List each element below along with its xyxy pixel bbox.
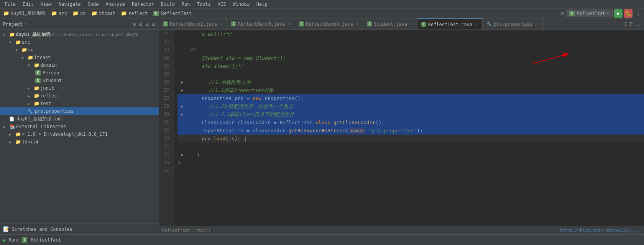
sidebar-item-junit4[interactable]: ▶ 📁 JUnit4 bbox=[0, 138, 159, 146]
root-label: day01_基础加强 bbox=[16, 31, 51, 38]
run-dropdown[interactable]: C ReflectTest ▾ bbox=[566, 10, 613, 17]
tab-pro-properties[interactable]: 🔧 pro.properties × bbox=[483, 18, 543, 30]
locate-file-icon[interactable]: ⊕ bbox=[132, 21, 136, 27]
sidebar-item-test[interactable]: ▶ 📁 test bbox=[0, 100, 159, 107]
sidebar-item-reflect[interactable]: ▶ 📁 reflect bbox=[0, 92, 159, 100]
collapse-icon[interactable]: ⊟ bbox=[151, 21, 156, 27]
menu-vcs[interactable]: VCS bbox=[215, 1, 229, 8]
tab-pro-props-label: pro.properties bbox=[494, 21, 532, 27]
reflect-folder-icon2: 📁 bbox=[34, 93, 39, 99]
ext-toggle-icon: ▶ bbox=[3, 125, 9, 129]
sidebar-footer: 📝 Scratches and Consoles bbox=[0, 224, 159, 234]
debug-button[interactable]: 🐛 bbox=[624, 9, 632, 18]
line-num-24: 24 bbox=[159, 54, 171, 62]
itcast-label: itcast bbox=[34, 55, 51, 60]
menu-file[interactable]: File bbox=[2, 1, 19, 8]
editor-area: 21 22 23 24 25 26 26 27 28 29 30 31 32 3… bbox=[159, 30, 644, 234]
code-editor[interactable]: 21 22 23 24 25 26 26 27 28 29 30 31 32 3… bbox=[159, 30, 644, 226]
menu-build[interactable]: Build bbox=[158, 1, 178, 8]
menu-help[interactable]: Help bbox=[253, 1, 271, 8]
tab-reflectdemo4-icon: C bbox=[299, 21, 304, 26]
menu-refactor[interactable]: Refactor bbox=[129, 1, 157, 8]
run-button[interactable]: ▶ bbox=[614, 9, 623, 18]
sidebar-item-itcast[interactable]: ▼ 📁 itcast bbox=[0, 54, 159, 61]
sidebar-item-pro-properties[interactable]: 🔧 pro.properties bbox=[0, 107, 159, 115]
cn-label: cn bbox=[28, 47, 33, 53]
props-file-icon: 🔧 bbox=[28, 109, 33, 114]
cn-toggle-icon: ▼ bbox=[15, 48, 21, 52]
menu-code[interactable]: Code bbox=[85, 1, 102, 8]
line-num-29: 29 bbox=[159, 102, 171, 110]
tab-student-close[interactable]: × bbox=[409, 21, 413, 26]
tab-reflectdemo4[interactable]: C ReflectDemo4.java × bbox=[295, 18, 363, 30]
tab-student[interactable]: C Student.java × bbox=[363, 18, 417, 30]
project-dropdown-icon[interactable]: ▾ bbox=[24, 22, 26, 26]
line-num-26-blank: 26 bbox=[159, 70, 171, 78]
menu-window[interactable]: Window bbox=[230, 1, 252, 8]
status-breadcrumb: ReflectTest › main() bbox=[162, 228, 211, 233]
sidebar-title: Project bbox=[3, 21, 23, 27]
run-close-icon[interactable]: × bbox=[64, 237, 68, 242]
sidebar-item-cn[interactable]: ▼ 📁 cn bbox=[0, 46, 159, 54]
tab-reflecttest[interactable]: C ReflectTest.java × bbox=[417, 18, 483, 30]
test-label: test bbox=[40, 101, 51, 106]
sidebar-item-iml[interactable]: 📄 day01_基础加强.iml bbox=[0, 115, 159, 123]
code-line-26: ◆ //1.加载配置文件 bbox=[177, 78, 644, 86]
menu-edit[interactable]: Edit bbox=[20, 1, 37, 8]
tab-pro-props-close[interactable]: × bbox=[534, 21, 539, 26]
run-indicator-icon: ▶ bbox=[3, 237, 6, 243]
tab-reflecttest-close[interactable]: × bbox=[474, 22, 478, 27]
tab-reflectdemo2[interactable]: C ReflectDemo2.java × bbox=[159, 18, 227, 30]
code-content[interactable]: p.eat();*/ /* Student stu = new Student(… bbox=[174, 30, 644, 226]
menu-navigate[interactable]: Navigate bbox=[56, 1, 84, 8]
more-actions-icon[interactable]: ⋮ bbox=[636, 10, 641, 16]
ext-libs-label: External Libraries bbox=[16, 124, 66, 129]
line-num-23: 23 bbox=[159, 46, 171, 54]
breadcrumb-file[interactable]: ReflectTest bbox=[161, 11, 192, 16]
breadcrumb-src[interactable]: src bbox=[59, 11, 67, 16]
status-url: https://blog.csdn.net/weixin_... bbox=[560, 228, 641, 233]
line-num-25: 25 bbox=[159, 62, 171, 70]
tab-reflectdemo3-label: ReflectDemo3.java bbox=[238, 21, 285, 27]
junit-toggle-icon: ▶ bbox=[28, 86, 34, 90]
tab-pro-props-icon: 🔧 bbox=[486, 21, 492, 26]
breadcrumb-cn[interactable]: cn bbox=[80, 11, 85, 16]
menu-run[interactable]: Run bbox=[179, 1, 193, 8]
tree-root[interactable]: ▼ 📁 day01_基础加强 D:\IdeaProjects\itcast\da… bbox=[0, 31, 159, 38]
line-num-33: 33 bbox=[159, 135, 171, 143]
run-controls: ⚙ C ReflectTest ▾ ▶ 🐛 ⋮ bbox=[560, 9, 641, 18]
reflect-test-icon: C bbox=[153, 11, 159, 16]
build-icon[interactable]: ⚙ bbox=[560, 10, 564, 17]
code-line-32: InputStream is = classLoader.getResource… bbox=[177, 127, 644, 135]
sidebar-item-src[interactable]: ▼ 📁 src bbox=[0, 38, 159, 46]
props-label: pro.properties bbox=[35, 109, 74, 114]
sidebar-item-person[interactable]: C Person bbox=[0, 69, 159, 77]
breadcrumb-project[interactable]: day01_基础加强 bbox=[11, 10, 46, 16]
menu-tools[interactable]: Tools bbox=[194, 1, 214, 8]
tab-reflectdemo3-close[interactable]: × bbox=[287, 21, 291, 26]
breadcrumb-itcast[interactable]: itcast bbox=[99, 11, 115, 16]
reflect-folder-icon: 📁 bbox=[121, 10, 127, 16]
sidebar-item-external-libs[interactable]: ▶ 📚 External Libraries bbox=[0, 123, 159, 130]
menu-view[interactable]: View bbox=[38, 1, 55, 8]
person-class-icon: C bbox=[35, 70, 41, 76]
menu-analyze[interactable]: Analyze bbox=[102, 1, 128, 8]
person-label: Person bbox=[43, 70, 59, 76]
tab-overflow[interactable]: C P... bbox=[621, 18, 644, 30]
marker-35: ◆ bbox=[181, 151, 183, 159]
sidebar-item-junit[interactable]: ▶ 📁 junit bbox=[0, 84, 159, 92]
settings-icon[interactable]: ⚙ bbox=[138, 21, 143, 27]
tab-reflectdemo4-close[interactable]: × bbox=[355, 21, 359, 26]
sidebar-item-jdk[interactable]: ▶ 📁 < 1.8 > D:\develop\jdk1.8.0_171 bbox=[0, 130, 159, 138]
code-line-26b bbox=[177, 70, 644, 78]
tab-student-icon: C bbox=[367, 21, 372, 26]
scratches-and-consoles[interactable]: 📝 Scratches and Consoles bbox=[3, 225, 156, 233]
expand-icon[interactable]: ⊞ bbox=[145, 21, 149, 27]
sidebar-item-student[interactable]: C Student bbox=[0, 77, 159, 84]
breadcrumb-reflect[interactable]: reflect bbox=[128, 11, 148, 16]
tab-reflectdemo2-close[interactable]: × bbox=[219, 21, 223, 26]
tab-reflecttest-icon: C bbox=[421, 22, 426, 27]
tab-reflectdemo3[interactable]: C ReflectDemo3.java × bbox=[227, 18, 295, 30]
code-line-28: Properties pro = new Properties(); bbox=[177, 94, 644, 102]
sidebar-item-domain[interactable]: ▼ 📁 domain bbox=[0, 61, 159, 69]
